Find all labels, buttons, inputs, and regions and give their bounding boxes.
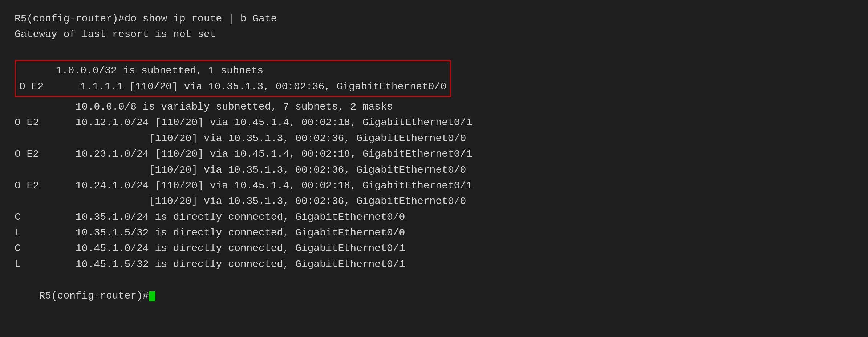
route-l2-line: L 10.45.1.5/32 is directly connected, Gi… [15, 256, 853, 272]
command-line: R5(config-router)#do show ip route | b G… [15, 11, 853, 26]
route-c2-line: C 10.45.1.0/24 is directly connected, Gi… [15, 241, 853, 256]
route-l1-line: L 10.35.1.5/32 is directly connected, Gi… [15, 225, 853, 241]
subnet-2-line: 10.0.0.0/8 is variably subnetted, 7 subn… [15, 99, 853, 115]
route-2b-line: [110/20] via 10.35.1.3, 00:02:36, Gigabi… [15, 131, 853, 146]
cursor-block [149, 291, 155, 301]
prompt-line[interactable]: R5(config-router)# [15, 272, 853, 319]
route-2a-line: O E2 10.12.1.0/24 [110/20] via 10.45.1.4… [15, 115, 853, 130]
highlighted-routes-block: 1.0.0.0/32 is subnetted, 1 subnets O E2 … [15, 60, 451, 97]
route-1-line: O E2 1.1.1.1 [110/20] via 10.35.1.3, 00:… [19, 79, 446, 94]
blank-line-1 [15, 42, 853, 58]
terminal-window: R5(config-router)#do show ip route | b G… [15, 11, 853, 319]
subnet-1-line: 1.0.0.0/32 is subnetted, 1 subnets [19, 63, 446, 78]
route-c1-line: C 10.35.1.0/24 is directly connected, Gi… [15, 209, 853, 225]
route-4b-line: [110/20] via 10.35.1.3, 00:02:36, Gigabi… [15, 193, 853, 209]
route-3b-line: [110/20] via 10.35.1.3, 00:02:36, Gigabi… [15, 162, 853, 178]
gateway-line: Gateway of last resort is not set [15, 26, 853, 42]
prompt-text: R5(config-router)# [39, 290, 149, 301]
route-3a-line: O E2 10.23.1.0/24 [110/20] via 10.45.1.4… [15, 146, 853, 162]
route-4a-line: O E2 10.24.1.0/24 [110/20] via 10.45.1.4… [15, 178, 853, 193]
